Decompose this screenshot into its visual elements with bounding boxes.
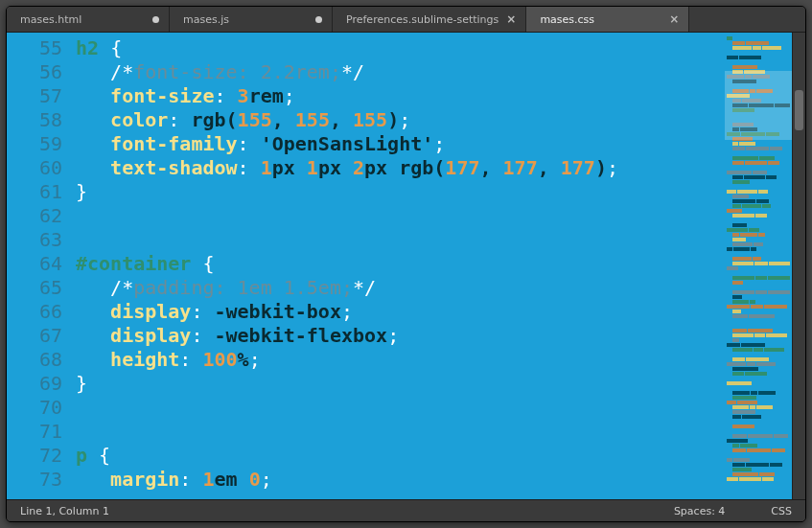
editor-area[interactable]: 55 56 57 58 59 60 61 62 63 64 65 66 67 6…	[7, 33, 805, 499]
status-bar: Line 1, Column 1 Spaces: 4 CSS	[7, 499, 805, 521]
scrollbar-thumb[interactable]	[795, 90, 803, 130]
tab-mases-js[interactable]: mases.js	[170, 7, 333, 32]
minimap-line	[727, 434, 790, 438]
minimap-line	[727, 233, 790, 237]
tab-preferences-sublime-settings[interactable]: Preferences.sublime-settings×	[333, 7, 526, 32]
minimap-line	[727, 381, 790, 385]
code-line[interactable]: text-shadow: 1px 1px 2px rgb(177, 177, 1…	[76, 156, 725, 180]
tab-label: mases.js	[183, 13, 229, 26]
minimap-line	[727, 482, 790, 486]
minimap-line	[727, 487, 790, 491]
minimap-line	[727, 262, 790, 265]
minimap-line	[727, 185, 790, 189]
close-icon[interactable]: ×	[669, 13, 679, 25]
minimap-line	[727, 463, 790, 467]
minimap-line	[727, 238, 790, 241]
status-syntax[interactable]: CSS	[771, 505, 792, 517]
minimap-line	[727, 429, 790, 433]
minimap-line	[727, 453, 790, 457]
minimap-line	[727, 46, 790, 50]
minimap-line	[727, 51, 790, 55]
code-line[interactable]	[76, 396, 725, 420]
code-line[interactable]: font-size: 3rem;	[76, 84, 725, 108]
code-line[interactable]	[76, 204, 725, 228]
code-line[interactable]: color: rgb(155, 155, 155);	[76, 108, 725, 132]
minimap-line	[727, 410, 790, 414]
status-position[interactable]: Line 1, Column 1	[20, 505, 109, 517]
minimap-line	[727, 171, 790, 174]
dirty-indicator-icon	[152, 16, 159, 23]
minimap-line	[727, 396, 790, 400]
minimap-line	[727, 362, 790, 366]
minimap-line	[727, 401, 790, 404]
code-line[interactable]	[76, 228, 725, 252]
tab-mases-html[interactable]: mases.html	[7, 7, 170, 32]
minimap-line	[727, 271, 790, 275]
minimap-line	[727, 448, 790, 452]
minimap-line	[727, 266, 790, 270]
minimap-line	[727, 142, 790, 146]
code-line[interactable]: p {	[76, 444, 725, 468]
status-indentation[interactable]: Spaces: 4	[674, 505, 725, 517]
code-line[interactable]: /*padding: 1em 1.5em;*/	[76, 276, 725, 300]
minimap-line	[727, 391, 790, 395]
minimap-line	[727, 295, 790, 299]
code-line[interactable]: font-family: 'OpenSansLight';	[76, 132, 725, 156]
code-line[interactable]: }	[76, 180, 725, 204]
code-line[interactable]: /*font-size: 2.2rem;*/	[76, 60, 725, 84]
minimap-line	[727, 214, 790, 218]
minimap-line	[727, 242, 790, 246]
code-line[interactable]	[76, 420, 725, 444]
minimap-line	[727, 151, 790, 155]
code-line[interactable]: height: 100%;	[76, 348, 725, 372]
minimap-line	[727, 405, 790, 409]
minimap-line	[727, 458, 790, 462]
vertical-scrollbar[interactable]	[792, 33, 805, 499]
minimap-line	[727, 36, 790, 40]
minimap-line	[727, 218, 790, 222]
gutter: 55 56 57 58 59 60 61 62 63 64 65 66 67 6…	[7, 33, 76, 499]
minimap-line	[727, 415, 790, 419]
minimap-line	[727, 247, 790, 251]
minimap-line	[727, 343, 790, 347]
minimap-line	[727, 348, 790, 352]
minimap-line	[727, 477, 790, 481]
minimap-line	[727, 60, 790, 64]
minimap-line	[727, 305, 790, 309]
minimap-line	[727, 310, 790, 313]
minimap-line	[727, 161, 790, 165]
minimap-line	[727, 228, 790, 232]
minimap-viewport[interactable]	[725, 71, 792, 140]
minimap-line	[727, 41, 790, 45]
minimap-line	[727, 204, 790, 208]
close-icon[interactable]: ×	[506, 13, 516, 25]
code-view[interactable]: h2 {/*font-size: 2.2rem;*/font-size: 3re…	[76, 33, 725, 499]
code-line[interactable]: display: -webkit-box;	[76, 300, 725, 324]
minimap-line	[727, 180, 790, 184]
dirty-indicator-icon	[315, 16, 322, 23]
code-line[interactable]: #container {	[76, 252, 725, 276]
editor-window: mases.htmlmases.jsPreferences.sublime-se…	[6, 6, 806, 522]
code-line[interactable]: h2 {	[76, 36, 725, 60]
minimap-line	[727, 190, 790, 194]
minimap-line	[727, 290, 790, 294]
minimap-line	[727, 195, 790, 198]
minimap-line	[727, 420, 790, 424]
minimap-line	[727, 357, 790, 361]
minimap-line	[727, 439, 790, 443]
tab-label: Preferences.sublime-settings	[346, 13, 499, 26]
minimap-line	[727, 300, 790, 304]
minimap-line	[727, 319, 790, 323]
minimap-line	[727, 333, 790, 337]
tab-label: mases.html	[20, 13, 81, 26]
code-line[interactable]: margin: 1em 0;	[76, 468, 725, 492]
tab-mases-css[interactable]: mases.css×	[526, 7, 689, 32]
minimap-line	[727, 281, 790, 285]
code-line[interactable]: }	[76, 372, 725, 396]
minimap-line	[727, 223, 790, 227]
minimap[interactable]	[725, 33, 792, 499]
minimap-line	[727, 175, 790, 179]
minimap-line	[727, 372, 790, 376]
code-line[interactable]: display: -webkit-flexbox;	[76, 324, 725, 348]
minimap-line	[727, 425, 790, 428]
